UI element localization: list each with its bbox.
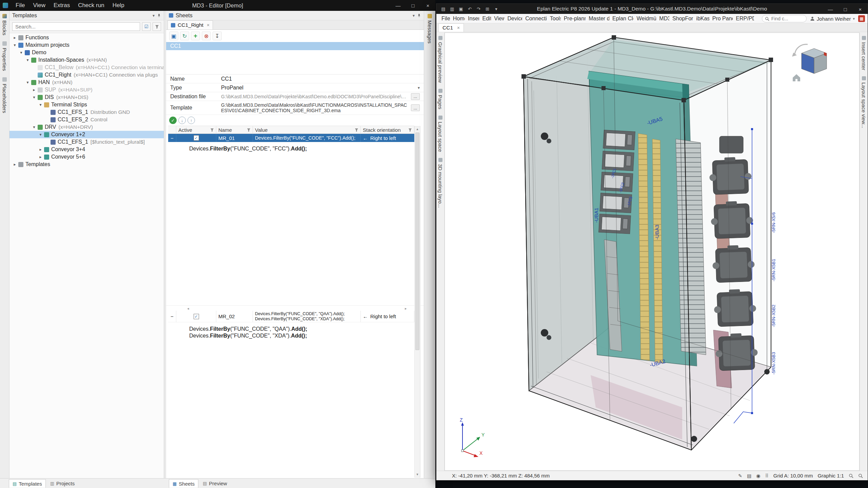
chevron-down-icon[interactable]: ▾	[153, 13, 155, 18]
3d-viewport[interactable]: -UBA5 -UBA1 -UBA3 -UBA2 -1FC1 -1FC2 -1FC…	[445, 33, 860, 471]
save-button[interactable]: ▣	[169, 32, 178, 40]
tree-item-functions[interactable]: ▸Functions	[9, 34, 164, 41]
header-active[interactable]: Active	[176, 126, 216, 134]
filter-funnel-icon[interactable]	[153, 22, 161, 31]
grid-toggle-icon[interactable]: ⠿	[765, 473, 768, 479]
bottom-tab-templates[interactable]: ▤Templates	[9, 479, 46, 488]
menu-file[interactable]: File	[12, 0, 29, 11]
collapse-arrow-icon[interactable]: ▾	[19, 50, 24, 55]
ribbon-tab-insert[interactable]: Insert	[465, 14, 479, 23]
ribbon-tab-pre-planning[interactable]: Pre-planning	[561, 14, 586, 23]
object-snap-icon[interactable]: ◉	[756, 473, 760, 479]
bottom-tab-sheets[interactable]: ▦Sheets	[169, 479, 198, 488]
ribbon-tab-edit[interactable]: Edit	[479, 14, 491, 23]
tree-item-installation-spaces[interactable]: ▾Installation-Spaces(x=HAN)	[9, 56, 164, 64]
dock-tab-insert-center[interactable]: Insert center	[861, 36, 867, 70]
export-button[interactable]: ↧	[213, 32, 222, 40]
table-row-mr02[interactable]: − ✓ MR_02 Devices.FilterBy("FUNC_CODE", …	[168, 311, 414, 322]
navigation-cube[interactable]	[789, 42, 840, 86]
close-icon[interactable]: ×	[420, 0, 435, 11]
active-checkbox[interactable]: ✓	[194, 314, 199, 319]
chevron-down-icon[interactable]: ▾	[418, 85, 420, 90]
ribbon-tab-tools[interactable]: Tools	[547, 14, 561, 23]
table-row-mr01[interactable]: − ✓ MR_01 Devices.FilterBy("FUNC_CODE", …	[168, 134, 414, 142]
ribbon-tab-connections[interactable]: Connections	[522, 14, 547, 23]
filter-icon[interactable]	[355, 128, 358, 132]
row-expander[interactable]: −	[168, 134, 176, 142]
minimize-icon[interactable]: —	[391, 0, 406, 11]
zoom-in-icon[interactable]	[849, 473, 853, 478]
new-icon[interactable]: ▤	[439, 4, 448, 14]
active-checkbox[interactable]: ✓	[194, 135, 199, 141]
tree-item-cc1-below[interactable]: CC1_Below(x=HAN+CC1) Connection via term…	[9, 64, 164, 71]
sheet-list-item-cc1[interactable]: CC1	[166, 42, 424, 50]
dock-tab-placeholders[interactable]: Placeholders	[0, 74, 9, 116]
close-tab-icon[interactable]: ×	[457, 25, 460, 30]
menu-help[interactable]: Help	[108, 0, 129, 11]
home-icon[interactable]	[793, 74, 800, 81]
collapse-arrow-icon[interactable]: ▾	[12, 43, 17, 47]
scroll-left-icon[interactable]: ◂	[187, 306, 189, 311]
tree-item-han[interactable]: ▾HAN(x=HAN)	[9, 79, 164, 86]
bottom-tab-preview[interactable]: ▤Preview	[199, 479, 231, 488]
ribbon-tab-md3[interactable]: MD3	[656, 14, 669, 23]
filter-icon[interactable]	[210, 128, 214, 132]
menu-check-run[interactable]: Check run	[74, 0, 108, 11]
pin-icon[interactable]	[157, 14, 161, 18]
ribbon-tab-pro-panel[interactable]: Pro Panel T	[709, 14, 733, 23]
search-input[interactable]	[12, 22, 140, 31]
stack-orientation-cell[interactable]: ←Right to left	[361, 134, 414, 142]
ribbon-tab-shopforprc[interactable]: ShopForPrc	[669, 14, 693, 23]
ribbon-tab-home[interactable]: Home	[450, 14, 465, 23]
refresh-button[interactable]: ↻	[180, 32, 189, 40]
rule-code-block-2[interactable]: Devices.FilterBy("FUNC_CODE", "QAA").Add…	[166, 322, 424, 339]
delete-button[interactable]: ⊗	[202, 32, 211, 40]
maximize-icon[interactable]: □	[406, 0, 420, 11]
dock-tab-pages[interactable]: Pages	[437, 89, 443, 109]
expand-arrow-icon[interactable]: ▸	[38, 155, 43, 159]
dock-tab-3d-mounting-layout[interactable]: 3D mounting layo...	[437, 158, 443, 208]
tree-item-demo[interactable]: ▾Demo	[9, 49, 164, 56]
collapse-arrow-icon[interactable]: ▾	[25, 58, 30, 62]
name-field[interactable]: CC1	[221, 76, 420, 82]
tree-item-cc1-right[interactable]: CC1_Right(x=HAN+CC1) Connection via plug…	[9, 71, 164, 79]
vertical-scrollbar[interactable]: ▲ ▼	[414, 126, 420, 477]
ribbon-tab-ibkastl[interactable]: ibKastl	[693, 14, 709, 23]
undo-icon[interactable]: ↶	[466, 4, 474, 14]
expand-arrow-icon[interactable]: ▸	[12, 35, 17, 40]
dock-tab-layout-space[interactable]: Layout space	[437, 116, 443, 152]
tree-item-cc1-efs-1-functions[interactable]: CC1_EFS_1[$function_text_plural$]	[9, 138, 164, 146]
ribbon-tab-view[interactable]: View	[491, 14, 504, 23]
tree-item-dis[interactable]: ▾DIS(x=HAN+DIS)	[9, 94, 164, 101]
tree-item-conveyor-5-6[interactable]: ▸Conveyor 5+6	[9, 153, 164, 161]
stack-orientation-cell[interactable]: ←Right to left	[361, 311, 414, 322]
destination-file-field[interactable]: G:\ibKastl.MD3.Demo\Data\Projekte\ibKast…	[221, 94, 408, 99]
ribbon-tab-eplan-cloud[interactable]: Eplan Cloud	[609, 14, 633, 23]
header-stack-orientation[interactable]: Stack orientation	[361, 126, 414, 134]
snap-icon[interactable]: ▤	[747, 473, 751, 479]
header-name[interactable]: Name	[216, 126, 253, 134]
type-select[interactable]: ProPanel	[221, 85, 415, 91]
expand-arrow-icon[interactable]: ▸	[38, 147, 43, 152]
ribbon-tab-devices[interactable]: Devices	[504, 14, 522, 23]
ribbon-tab-master-data[interactable]: Master data	[586, 14, 609, 23]
find-box[interactable]	[762, 15, 807, 22]
tree-item-templates[interactable]: ▸Templates	[9, 161, 164, 168]
collapse-arrow-icon[interactable]: ▾	[32, 95, 37, 100]
scroll-right-icon[interactable]: ▸	[405, 306, 407, 311]
tree-item-drv[interactable]: ▾DRV(x=HAN+DRV)	[9, 123, 164, 131]
dock-tab-layout-space-view[interactable]: Layout space view...	[861, 76, 867, 128]
run-button[interactable]: ✓	[169, 117, 177, 124]
scroll-up-icon[interactable]: ▲	[415, 126, 420, 132]
collapse-arrow-icon[interactable]: ▾	[38, 132, 43, 137]
export-rules-button[interactable]: ↑	[188, 117, 195, 124]
user-account[interactable]: Johann Weiher ▾	[810, 16, 855, 22]
tree-item-cc1-efs-2[interactable]: CC1_EFS_2Control	[9, 116, 164, 123]
grid-size[interactable]: Grid A: 10,00 mm	[773, 473, 813, 479]
horizontal-scrollbar[interactable]: ◂ ▸	[166, 305, 424, 311]
close-tab-icon[interactable]: ×	[207, 22, 210, 28]
tree-item-terminal-strips[interactable]: ▾Terminal Strips	[9, 101, 164, 108]
dock-tab-properties[interactable]: Properties	[0, 38, 9, 74]
collapse-arrow-icon[interactable]: ▾	[32, 125, 37, 129]
header-value[interactable]: Value	[253, 126, 361, 134]
